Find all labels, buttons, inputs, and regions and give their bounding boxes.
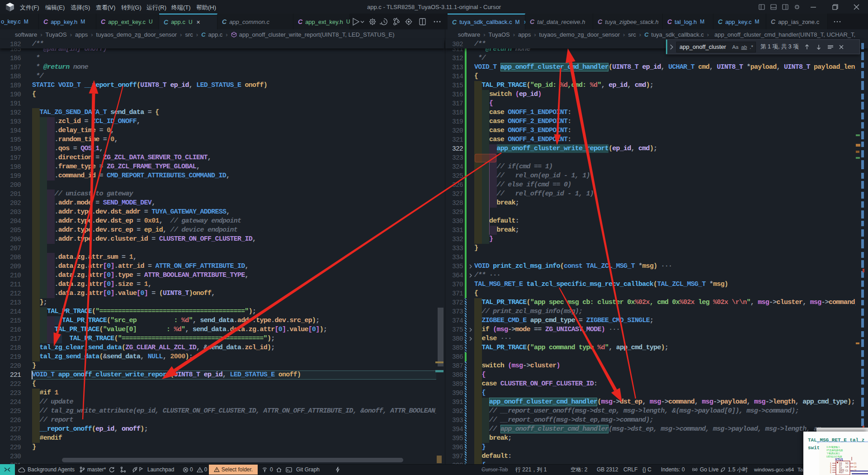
svg-text:RST: RST bbox=[839, 471, 844, 474]
svg-text:3.3V電源輸入: 3.3V電源輸入 bbox=[826, 446, 840, 449]
svg-text:NC: NC bbox=[845, 462, 849, 465]
svg-text:下载调试接口: 下载调试接口 bbox=[826, 452, 840, 455]
svg-text:C1: C1 bbox=[845, 469, 849, 472]
svg-text:5: 5 bbox=[830, 471, 831, 474]
svg-text:C4: C4 bbox=[845, 466, 849, 468]
svg-text:18: 18 bbox=[854, 466, 857, 468]
svg-text:21: 21 bbox=[854, 462, 857, 465]
svg-text:XTU1: XTU1 bbox=[835, 458, 843, 461]
svg-text:swit: swit bbox=[808, 445, 820, 451]
svg-text:TAL_MSG_RET_E tal_z: TAL_MSG_RET_E tal_z bbox=[808, 437, 864, 443]
svg-text:XT晶振电路电路: XT晶振电路电路 bbox=[826, 449, 843, 451]
